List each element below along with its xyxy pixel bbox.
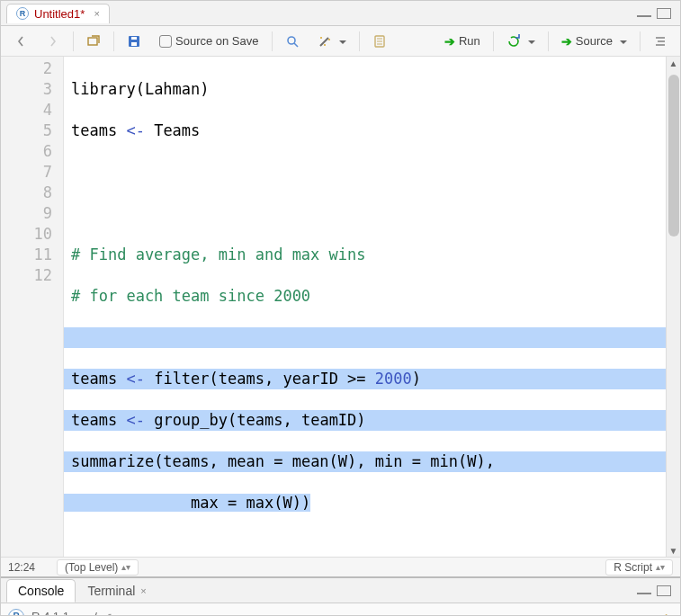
source-on-save-label: Source on Save bbox=[175, 34, 259, 48]
file-type-label: R Script bbox=[614, 561, 652, 574]
magic-wand-icon bbox=[318, 34, 332, 49]
rerun-button[interactable] bbox=[501, 31, 541, 51]
separator bbox=[493, 31, 494, 51]
r-file-icon: R bbox=[16, 7, 29, 20]
tab-terminal-label: Terminal bbox=[87, 584, 135, 598]
separator bbox=[548, 31, 549, 51]
save-button[interactable] bbox=[121, 31, 147, 51]
source-tab-label: Untitled1* bbox=[34, 7, 85, 21]
r-logo-icon: R bbox=[8, 609, 24, 617]
maximize-pane-icon[interactable] bbox=[657, 8, 671, 19]
floppy-disk-icon bbox=[127, 34, 141, 49]
search-icon bbox=[285, 34, 300, 49]
svg-point-9 bbox=[324, 44, 326, 46]
chevron-left-icon bbox=[13, 34, 28, 49]
maximize-pane-icon[interactable] bbox=[657, 585, 671, 596]
outline-icon bbox=[653, 34, 668, 49]
tab-console-label: Console bbox=[18, 584, 64, 598]
cursor-position: 12:24 bbox=[8, 561, 57, 574]
source-pane: R Untitled1* × Source on Save bbox=[1, 1, 680, 576]
scope-selector[interactable]: (Top Level) ▴▾ bbox=[57, 559, 139, 576]
run-arrow-icon: ➔ bbox=[444, 34, 455, 49]
svg-rect-2 bbox=[131, 42, 137, 46]
updown-icon: ▴▾ bbox=[121, 562, 130, 572]
re-run-icon bbox=[506, 34, 521, 49]
source-tab-bar: R Untitled1* × bbox=[1, 1, 680, 26]
updown-icon: ▴▾ bbox=[656, 562, 665, 572]
popout-icon bbox=[86, 34, 101, 49]
source-toolbar: Source on Save ➔ Run ➔ Source bbox=[1, 26, 680, 57]
r-version-label: R 4.1.1 bbox=[31, 610, 69, 616]
chevron-right-icon bbox=[46, 34, 60, 49]
code-comment: # Find average, min and max wins bbox=[71, 245, 680, 265]
source-status-bar: 12:24 (Top Level) ▴▾ R Script ▴▾ bbox=[1, 557, 680, 576]
svg-point-4 bbox=[288, 37, 295, 44]
source-on-save-toggle[interactable]: Source on Save bbox=[154, 31, 264, 50]
go-to-dir-icon[interactable]: ➚ bbox=[104, 611, 112, 616]
clear-console-button[interactable] bbox=[657, 609, 673, 617]
run-arrow-icon: ➔ bbox=[561, 34, 572, 49]
close-icon[interactable]: × bbox=[140, 585, 146, 596]
run-button[interactable]: ➔ Run bbox=[439, 31, 486, 51]
notebook-button[interactable] bbox=[367, 31, 392, 51]
dot-separator: · bbox=[76, 610, 80, 616]
minimize-pane-icon[interactable] bbox=[637, 8, 651, 17]
source-label: Source bbox=[576, 34, 613, 48]
tab-terminal[interactable]: Terminal × bbox=[76, 579, 157, 603]
run-label: Run bbox=[459, 34, 480, 48]
outline-button[interactable] bbox=[648, 31, 673, 51]
show-in-new-window-button[interactable] bbox=[81, 31, 106, 51]
code-content[interactable]: library(Lahman) teams <- Teams # Find av… bbox=[64, 57, 680, 557]
separator bbox=[640, 31, 641, 51]
code-editor[interactable]: 23456789101112 library(Lahman) teams <- … bbox=[1, 57, 680, 557]
svg-point-8 bbox=[328, 39, 330, 40]
code-comment: # for each team since 2000 bbox=[71, 286, 680, 307]
pane-controls bbox=[637, 8, 680, 19]
separator bbox=[113, 31, 114, 51]
console-pane: Console Terminal × R R 4.1.1 · ~/ ➚ + ma… bbox=[1, 578, 680, 616]
source-tab-untitled1[interactable]: R Untitled1* × bbox=[6, 4, 110, 23]
forward-nav-button[interactable] bbox=[40, 31, 66, 51]
scrollbar-thumb[interactable] bbox=[668, 75, 679, 237]
separator bbox=[272, 31, 273, 51]
close-icon[interactable]: × bbox=[94, 8, 99, 19]
find-button[interactable] bbox=[280, 31, 305, 51]
tab-console[interactable]: Console bbox=[6, 579, 76, 603]
console-tab-bar: Console Terminal × bbox=[1, 578, 680, 603]
line-number-gutter: 23456789101112 bbox=[1, 57, 64, 557]
svg-point-7 bbox=[320, 37, 322, 39]
back-nav-button[interactable] bbox=[8, 31, 33, 51]
code-tools-button[interactable] bbox=[312, 31, 352, 51]
scroll-down-icon[interactable]: ▼ bbox=[667, 544, 680, 557]
scroll-up-icon[interactable]: ▲ bbox=[667, 57, 680, 69]
separator bbox=[359, 31, 360, 51]
vertical-scrollbar[interactable]: ▲ ▼ bbox=[666, 57, 680, 557]
working-directory-label: ~/ bbox=[87, 610, 97, 616]
svg-rect-3 bbox=[131, 37, 137, 40]
svg-line-5 bbox=[294, 43, 298, 47]
source-button[interactable]: ➔ Source bbox=[556, 31, 632, 51]
document-icon bbox=[372, 34, 387, 49]
checkbox-off-icon bbox=[159, 35, 172, 48]
minimize-pane-icon[interactable] bbox=[637, 585, 651, 594]
scope-label: (Top Level) bbox=[65, 561, 118, 574]
svg-rect-0 bbox=[88, 38, 97, 45]
separator bbox=[73, 31, 74, 51]
file-type-selector[interactable]: R Script ▴▾ bbox=[605, 559, 673, 576]
console-toolbar: R R 4.1.1 · ~/ ➚ bbox=[1, 603, 680, 616]
